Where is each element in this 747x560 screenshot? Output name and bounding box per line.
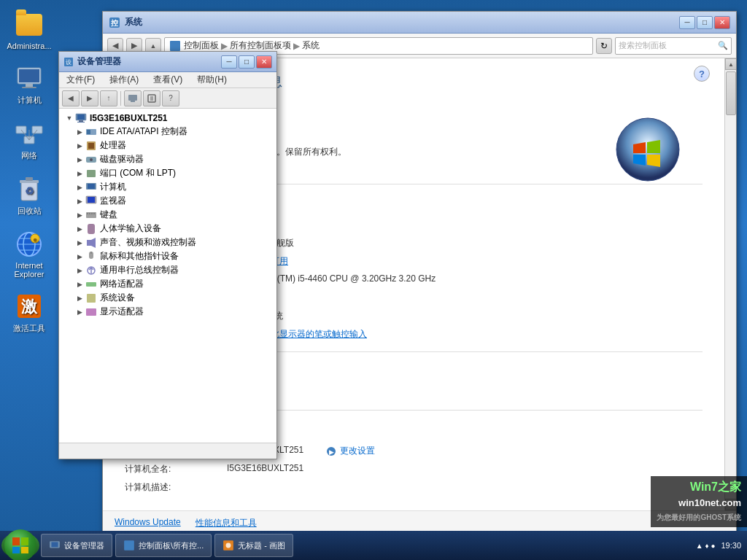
cp-minimize-button[interactable]: ─ (679, 16, 695, 29)
tree-toggle-6[interactable]: ▶ (74, 209, 85, 221)
cp-titlebar: 控 系统 ─ □ ✕ (103, 12, 736, 34)
dm-computer-button[interactable] (124, 90, 142, 106)
desktop-icon-computer[interactable]: 计算机 (4, 61, 55, 109)
cp-window-controls: ─ □ ✕ (679, 16, 730, 29)
dm-properties-button[interactable] (143, 90, 160, 106)
dm-help-button[interactable]: ? (162, 90, 179, 106)
svg-rect-39 (79, 120, 83, 122)
change-settings-button[interactable]: ▶ 更改设置 (325, 445, 375, 457)
svg-text:♻: ♻ (25, 185, 34, 197)
tree-toggle-10[interactable]: ▶ (74, 265, 85, 276)
system-device-icon (85, 292, 97, 304)
desktop-icon-activate[interactable]: 激 激活工具 (4, 289, 55, 337)
vertical-scrollbar[interactable]: ▲ ▼ (724, 58, 736, 510)
help-button[interactable]: ? (694, 66, 710, 82)
pen-touch-value[interactable]: 没有可用于此显示器的笔或触控输入 (227, 328, 703, 341)
dm-back-button[interactable]: ◀ (62, 90, 80, 106)
dm-forward-button[interactable]: ▶ (81, 90, 98, 106)
list-item[interactable]: ▶ 显示适配器 (62, 305, 274, 319)
dm-menu-file[interactable]: 文件(F) (62, 72, 99, 88)
dm-menu-help[interactable]: 帮助(H) (193, 72, 231, 88)
dm-minimize-button[interactable]: ─ (221, 55, 237, 69)
svg-text:设: 设 (66, 59, 71, 66)
tree-toggle-9[interactable]: ▶ (74, 251, 85, 262)
svg-rect-57 (88, 224, 95, 234)
tree-toggle-2[interactable]: ▶ (74, 154, 85, 166)
refresh-button[interactable]: ↻ (596, 38, 612, 54)
start-button[interactable] (1, 532, 39, 559)
desktop-icon-ie[interactable]: e Internet Explorer (4, 227, 55, 281)
list-item[interactable]: ▶ 通用串行总线控制器 (62, 263, 274, 277)
keyboard-icon (85, 209, 97, 221)
dm-close-button[interactable]: ✕ (256, 55, 272, 69)
performance-link[interactable]: 性能信息和工具 (196, 517, 257, 529)
list-item[interactable]: ▶ 端口 (COM 和 LPT) (62, 166, 274, 180)
taskbar-item-devicemanager[interactable]: 设备管理器 (41, 534, 112, 557)
svg-rect-68 (124, 540, 134, 551)
list-item[interactable]: ▶ 系统设备 (62, 291, 274, 305)
desktop-icon-recycle[interactable]: ♻ 回收站 (4, 171, 55, 219)
tree-toggle-11[interactable]: ▶ (74, 279, 85, 290)
list-item[interactable]: ▶ IDE ATA/ATAPI 控制器 (62, 125, 274, 139)
svg-rect-44 (88, 143, 94, 149)
taskbar-device-manager-icon (49, 540, 61, 551)
tree-toggle-12[interactable]: ▶ (74, 292, 85, 304)
list-item[interactable]: ▶ 计算机 (62, 180, 274, 194)
tree-toggle-0[interactable]: ▶ (74, 126, 85, 138)
dm-maximize-button[interactable]: □ (239, 55, 255, 69)
svg-rect-55 (91, 213, 93, 214)
dm-menu-view[interactable]: 查看(V) (149, 72, 187, 88)
cp-close-button[interactable]: ✕ (714, 16, 730, 29)
list-item[interactable]: ▶ 键盘 (62, 208, 274, 222)
cp-maximize-button[interactable]: □ (697, 16, 713, 29)
scroll-track[interactable] (725, 70, 736, 499)
list-item[interactable]: ▶ 磁盘驱动器 (62, 152, 274, 166)
breadcrumb-sep1: ▶ (221, 41, 228, 51)
list-item[interactable]: ▶ 鼠标和其他指针设备 (62, 249, 274, 263)
watermark-line1: Win7之家 (657, 479, 741, 495)
tree-toggle-13[interactable]: ▶ (74, 306, 85, 318)
tray-icons-display[interactable]: ▲ ♦ ● (696, 542, 716, 550)
taskbar-item-controlpanel[interactable]: 控制面板\所有控... (115, 534, 212, 557)
desktop-icons: Administra... 计算机 (0, 0, 58, 560)
svg-marker-59 (91, 238, 96, 248)
network-adapter-icon (85, 279, 97, 290)
svg-rect-65 (86, 308, 96, 316)
svg-rect-32 (131, 101, 135, 102)
dm-tree: ▼ I5G3E16BUXLT251 ▶ IDE ATA/ATAPI 控制器 ▶ … (59, 109, 276, 443)
search-bar[interactable]: 搜索控制面板 🔍 (615, 37, 732, 55)
tree-toggle-7[interactable]: ▶ (74, 223, 85, 235)
tree-toggle-1[interactable]: ▶ (74, 140, 85, 152)
list-item[interactable]: ▶ 声音、视频和游戏控制器 (62, 236, 274, 249)
breadcrumb-part3: 系统 (302, 39, 320, 52)
list-item[interactable]: ▶ 网络适配器 (62, 277, 274, 291)
port-icon (85, 168, 97, 179)
svg-rect-40 (77, 122, 85, 122)
tree-item-root[interactable]: ▼ I5G3E16BUXLT251 (62, 112, 274, 125)
desktop-icon-network[interactable]: 网络 (4, 116, 55, 164)
tree-toggle-root[interactable]: ▼ (63, 112, 75, 124)
desktop-icon-admin[interactable]: Administra... (4, 7, 55, 53)
start-orb (4, 529, 36, 560)
tree-toggle-5[interactable]: ▶ (74, 195, 85, 207)
desktop: Administra... 计算机 (0, 0, 747, 560)
dm-window-icon: 设 (63, 57, 74, 67)
taskbar: 设备管理器 控制面板\所有控... 无标题 - 画图 ▲ ♦ ● 19:30 (0, 531, 747, 560)
svg-text:激: 激 (21, 298, 38, 316)
scroll-thumb[interactable] (726, 71, 736, 115)
tree-toggle-3[interactable]: ▶ (74, 168, 85, 179)
tree-root-label: I5G3E16BUXLT251 (90, 113, 168, 123)
rating-value[interactable]: 系统分级不可用 (227, 255, 703, 268)
taskbar-item-paint[interactable]: 无标题 - 画图 (214, 534, 293, 557)
dm-menu-action[interactable]: 操作(A) (105, 72, 143, 88)
list-item[interactable]: ▶ 监视器 (62, 194, 274, 208)
tree-toggle-8[interactable]: ▶ (74, 237, 85, 249)
list-item[interactable]: ▶ 人体学输入设备 (62, 222, 274, 236)
dm-up-button[interactable]: ↑ (100, 90, 117, 106)
scroll-up-arrow[interactable]: ▲ (725, 58, 736, 70)
list-item[interactable]: ▶ 处理器 (62, 139, 274, 152)
hid-icon (85, 223, 97, 235)
tree-toggle-4[interactable]: ▶ (74, 182, 85, 193)
windows-update-link[interactable]: Windows Update (115, 517, 181, 529)
website-value[interactable]: 联机支持 (227, 386, 703, 399)
